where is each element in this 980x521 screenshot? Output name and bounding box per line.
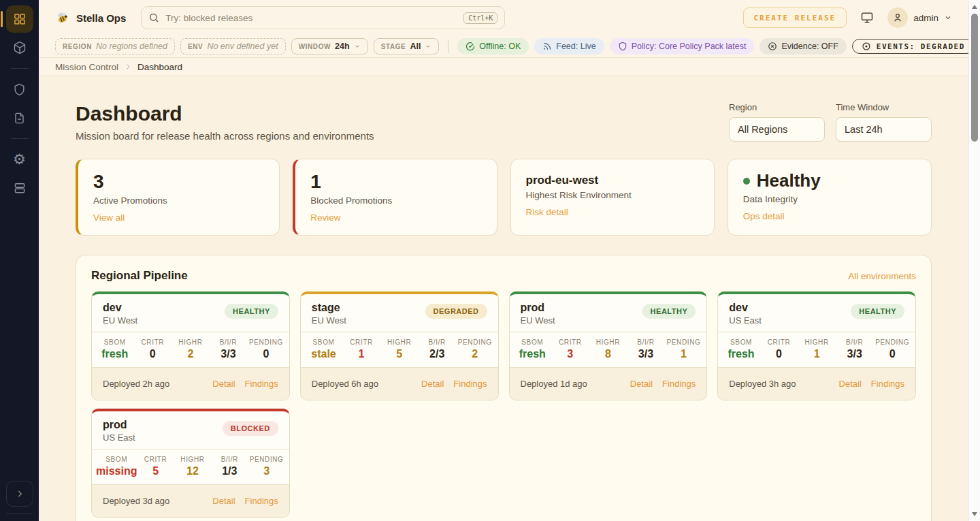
- sidebar-item-settings[interactable]: ⚙: [6, 146, 33, 173]
- stage-dropdown[interactable]: STAGE All: [374, 38, 440, 54]
- breadcrumb-current: Dashboard: [137, 62, 182, 72]
- scrollbar-thumb[interactable]: [971, 14, 978, 142]
- record-icon: [862, 42, 871, 51]
- pipeline-env-card: dev US East HEALTHY SBOM fresh CRITR 0 H…: [717, 291, 916, 400]
- stat-critr: CRITR 0: [134, 338, 172, 360]
- create-release-button[interactable]: CREATE RELEASE: [743, 7, 847, 28]
- region-context-chip[interactable]: REGION No regions defined: [55, 38, 175, 54]
- pipeline-env-card: dev EU West HEALTHY SBOM fresh CRITR 0 H…: [91, 291, 290, 400]
- page-title: Dashboard: [76, 102, 374, 125]
- stat-value: 3/3: [627, 348, 665, 360]
- view-all-link[interactable]: View all: [93, 212, 125, 223]
- detail-link[interactable]: Detail: [421, 379, 444, 389]
- policy-status-pill[interactable]: Policy: Core Policy Pack latest: [610, 38, 755, 54]
- scroll-up-arrow[interactable]: [969, 1, 980, 12]
- detail-link[interactable]: Detail: [839, 379, 862, 389]
- pipeline-card-footer: Deployed 6h ago Detail Findings: [301, 368, 498, 400]
- chip-value: No regions defined: [96, 42, 167, 51]
- card-value: 3: [93, 171, 264, 193]
- top-bar: Stella Ops Ctrl+K CREATE RELEASE: [39, 0, 968, 35]
- shield-icon: [13, 83, 26, 96]
- context-bar: REGION No regions defined ENV No env def…: [39, 35, 968, 58]
- pipeline-card-footer: Deployed 2h ago Detail Findings: [92, 368, 289, 400]
- region-filter-select[interactable]: All Regions: [729, 117, 825, 142]
- deployed-timestamp: Deployed 1d ago: [521, 379, 587, 389]
- environment-name: prod: [521, 302, 555, 314]
- main-shell: Stella Ops Ctrl+K CREATE RELEASE: [39, 0, 968, 521]
- stat-value: 0: [247, 348, 285, 360]
- filter-label: Time Window: [836, 102, 932, 112]
- display-mode-button[interactable]: [860, 11, 874, 25]
- pipeline-env-card: prod US East BLOCKED SBOM missing CRITR …: [91, 409, 290, 518]
- sidebar-item-dashboard[interactable]: [6, 5, 33, 33]
- detail-link[interactable]: Detail: [212, 379, 235, 389]
- sidebar-expand-button[interactable]: [6, 481, 33, 507]
- findings-link[interactable]: Findings: [245, 496, 278, 506]
- risk-detail-link[interactable]: Risk detail: [526, 207, 568, 217]
- region-name: EU West: [312, 315, 346, 326]
- pipeline-card-header: dev US East HEALTHY: [718, 294, 915, 332]
- chip-value: No env defined yet: [207, 42, 278, 51]
- sidebar-item-infrastructure[interactable]: [6, 174, 33, 202]
- environment-name: dev: [103, 302, 137, 314]
- chevron-down-icon: [944, 14, 952, 22]
- stat-value: 1: [342, 348, 380, 360]
- chip-value: All: [410, 42, 421, 51]
- divider: [448, 40, 448, 53]
- feed-status-pill[interactable]: Feed: Live: [534, 38, 604, 54]
- detail-link[interactable]: Detail: [630, 379, 653, 389]
- stat-value: fresh: [722, 348, 760, 360]
- global-search[interactable]: Ctrl+K: [141, 6, 505, 29]
- highest-risk-card: prod-eu-west Highest Risk Environment Ri…: [510, 159, 715, 236]
- user-menu[interactable]: admin: [887, 7, 952, 28]
- page-filters: Region All Regions Time Window Last 24h: [729, 102, 932, 142]
- search-input[interactable]: [165, 13, 457, 23]
- findings-link[interactable]: Findings: [871, 379, 904, 389]
- time-window-filter-select[interactable]: Last 24h: [836, 117, 932, 142]
- stat-highr: HIGHR 8: [589, 338, 627, 360]
- breadcrumb-parent[interactable]: Mission Control: [55, 62, 118, 72]
- all-environments-link[interactable]: All environments: [848, 271, 916, 281]
- region-name: EU West: [521, 315, 555, 326]
- detail-link[interactable]: Detail: [212, 496, 235, 506]
- stat-label: PENDING: [873, 338, 911, 346]
- stat-label: B/I/R: [627, 338, 665, 346]
- bee-logo-icon: [55, 10, 70, 25]
- window-dropdown[interactable]: WINDOW 24h: [291, 38, 368, 54]
- stat-value: 3/3: [836, 348, 874, 360]
- env-context-chip[interactable]: ENV No env defined yet: [180, 38, 286, 54]
- stat-label: SBOM: [305, 338, 343, 346]
- findings-link[interactable]: Findings: [245, 379, 278, 389]
- filter-label: Region: [729, 102, 825, 112]
- stat-highr: HIGHR 5: [380, 338, 419, 360]
- ops-detail-link[interactable]: Ops detail: [743, 211, 785, 221]
- stat-label: CRITR: [551, 338, 589, 346]
- stat-label: B/I/R: [836, 338, 874, 346]
- scroll-down-arrow[interactable]: [969, 509, 980, 520]
- pipeline-card-footer: Deployed 3h ago Detail Findings: [718, 368, 915, 400]
- stat-highr: HIGHR 2: [172, 338, 210, 360]
- events-status-button[interactable]: EVENTS: DEGRADED: [852, 39, 975, 54]
- sidebar-item-documents[interactable]: [6, 104, 33, 131]
- findings-link[interactable]: Findings: [662, 379, 696, 389]
- chip-value: 24h: [335, 42, 350, 51]
- review-link[interactable]: Review: [310, 212, 340, 223]
- evidence-status-pill[interactable]: Evidence: OFF: [760, 38, 846, 54]
- region-name: US East: [729, 315, 762, 326]
- sidebar-item-security[interactable]: [6, 76, 33, 103]
- sidebar-item-packages[interactable]: [6, 34, 33, 61]
- panel-title: Regional Pipeline: [91, 269, 188, 283]
- stat-label: SBOM: [722, 338, 760, 346]
- events-label: EVENTS: DEGRADED: [877, 42, 965, 51]
- pipeline-card-header: prod US East BLOCKED: [92, 411, 289, 449]
- stat-value: 5: [380, 348, 419, 360]
- findings-link[interactable]: Findings: [453, 379, 487, 389]
- stat-value: 3: [248, 465, 284, 477]
- stat-value: stale: [305, 348, 343, 360]
- card-value: Healthy: [757, 171, 821, 191]
- document-icon: [13, 112, 26, 125]
- stats-row: SBOM stale CRITR 1 HIGHR 5 B/I/R 2/3 PEN…: [301, 332, 498, 368]
- stat-critr: CRITR 1: [342, 338, 380, 360]
- offline-status-pill[interactable]: Offline: OK: [457, 38, 529, 54]
- vertical-scrollbar[interactable]: [968, 0, 980, 521]
